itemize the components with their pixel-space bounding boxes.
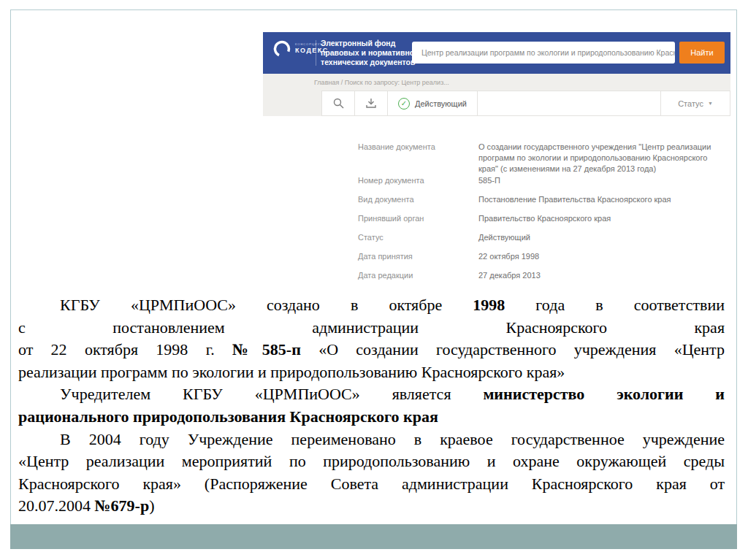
paragraph: В 2004 году Учреждение переименовано в к… <box>18 429 725 518</box>
text-segment: года в соответствии <box>505 296 725 314</box>
detail-label: Номер документа <box>358 175 478 186</box>
document-detail-row: Статус Действующий <box>358 232 720 243</box>
text-segment: ) <box>149 496 154 515</box>
text-segment: реализации программ по экологии и природ… <box>18 363 565 381</box>
paragraph: Учредителем КГБУ «ЦРМПиООС» является мин… <box>18 383 725 428</box>
document-detail-row: Вид документа Постановление Правительств… <box>358 194 720 205</box>
document-detail-row: Дата редакции 27 декабря 2013 <box>358 270 720 281</box>
document-detail-row: Номер документа 585-П <box>358 175 720 186</box>
website-screenshot: КОНСОРЦИУМ КОДЕКС Электронный фонд право… <box>263 32 730 285</box>
check-icon: ✓ <box>401 99 407 107</box>
download-icon <box>366 98 376 109</box>
detail-value: Действующий <box>478 232 720 243</box>
text-segment-bold: рационального природопользования Красноя… <box>18 407 438 426</box>
document-detail-row: Название документа О создании государств… <box>358 142 720 174</box>
text-segment-bold: №585-п <box>232 340 301 358</box>
site-header: КОНСОРЦИУМ КОДЕКС Электронный фонд право… <box>263 32 730 74</box>
detail-label: Статус <box>358 232 478 243</box>
text-line: «Центр реализации мероприятий по природо… <box>18 450 725 473</box>
detail-label: Название документа <box>358 142 478 174</box>
detail-value: Постановление Правительства Красноярског… <box>478 194 720 205</box>
text-segment: с постановлением администрации Красноярс… <box>18 318 725 337</box>
slide-body-text: КГБУ «ЦРМПиООС» создано в октябре 1998 г… <box>18 294 725 518</box>
site-title-line: Электронный фонд <box>321 39 417 48</box>
detail-label: Принявший орган <box>358 213 478 224</box>
search-tool-button[interactable] <box>322 91 355 115</box>
download-button[interactable] <box>355 91 388 115</box>
detail-value: Правительство Красноярского края <box>478 213 720 224</box>
text-line: КГБУ «ЦРМПиООС» создано в октябре 1998 г… <box>18 294 725 317</box>
site-title-line: технических документов <box>321 58 417 67</box>
text-segment-bold: №679-р <box>95 496 150 515</box>
text-segment: Красноярского края» (Распоряжение Совета… <box>18 475 725 493</box>
text-segment: В 2004 году Учреждение переименовано в к… <box>60 430 725 448</box>
text-line: реализации программ по экологии и природ… <box>18 361 725 384</box>
detail-value: 27 декабря 2013 <box>478 270 720 281</box>
detail-value: 585-П <box>478 175 720 186</box>
status-dropdown-label: Статус <box>678 99 703 108</box>
text-segment: от 22 октября 1998 г. <box>18 340 232 358</box>
toolbar-cells: ✓ Действующий Статус ▼ <box>321 91 730 116</box>
text-segment: Учредителем КГБУ «ЦРМПиООС» является <box>60 385 483 403</box>
text-line: с постановлением администрации Красноярс… <box>18 317 725 340</box>
search-button[interactable]: Найти <box>679 42 725 64</box>
breadcrumb[interactable]: Главная / Поиск по запросу: Центр реализ… <box>314 79 449 86</box>
document-detail-row: Принявший орган Правительство Красноярск… <box>358 213 720 224</box>
paragraph: КГБУ «ЦРМПиООС» создано в октябре 1998 г… <box>18 294 725 383</box>
breadcrumb-strip: Главная / Поиск по запросу: Центр реализ… <box>263 74 730 91</box>
text-line: рационального природопользования Красноя… <box>18 406 725 429</box>
site-title: Электронный фонд правовых и нормативно- … <box>321 39 417 67</box>
search-input[interactable]: Центр реализации программ по экологии и … <box>412 42 675 64</box>
toolbar-spacer <box>478 91 660 115</box>
text-line: от 22 октября 1998 г. №585-п «О создании… <box>18 339 725 361</box>
detail-value: 22 октября 1998 <box>478 251 720 262</box>
status-filter-label: Действующий <box>415 99 467 108</box>
text-line: Учредителем КГБУ «ЦРМПиООС» является мин… <box>18 383 725 406</box>
text-segment: 20.07.2004 <box>18 496 95 515</box>
text-segment-bold: 1998 <box>473 296 505 314</box>
results-toolbar: ✓ Действующий Статус ▼ <box>263 91 730 116</box>
detail-label: Вид документа <box>358 194 478 205</box>
search-query-text: Центр реализации программ по экологии и … <box>421 48 675 57</box>
text-segment-bold: министерство экологии и <box>483 385 725 403</box>
search-icon <box>333 98 344 109</box>
text-segment: «О создании государственного учреждения … <box>301 340 725 358</box>
status-filter-chip[interactable]: ✓ Действующий <box>388 91 478 115</box>
detail-label: Дата принятия <box>358 251 478 262</box>
text-line: В 2004 году Учреждение переименовано в к… <box>18 429 725 451</box>
document-detail-row: Дата принятия 22 октября 1998 <box>358 251 720 262</box>
detail-value: О создании государственного учреждения "… <box>478 142 720 174</box>
chevron-down-icon: ▼ <box>708 101 713 106</box>
slide-accent-band <box>10 524 737 549</box>
status-dropdown[interactable]: Статус ▼ <box>660 91 730 115</box>
kodeks-c-icon <box>272 39 291 58</box>
check-circle-icon: ✓ <box>398 98 410 110</box>
text-segment: «Центр реализации мероприятий по природо… <box>18 452 725 470</box>
text-line: 20.07.2004 №679-р) <box>18 495 725 518</box>
text-line: Красноярского края» (Распоряжение Совета… <box>18 473 725 496</box>
header-divider <box>316 40 316 66</box>
site-title-line: правовых и нормативно- <box>321 48 417 58</box>
detail-label: Дата редакции <box>358 270 478 281</box>
text-segment: КГБУ «ЦРМПиООС» создано в октябре <box>60 296 473 314</box>
